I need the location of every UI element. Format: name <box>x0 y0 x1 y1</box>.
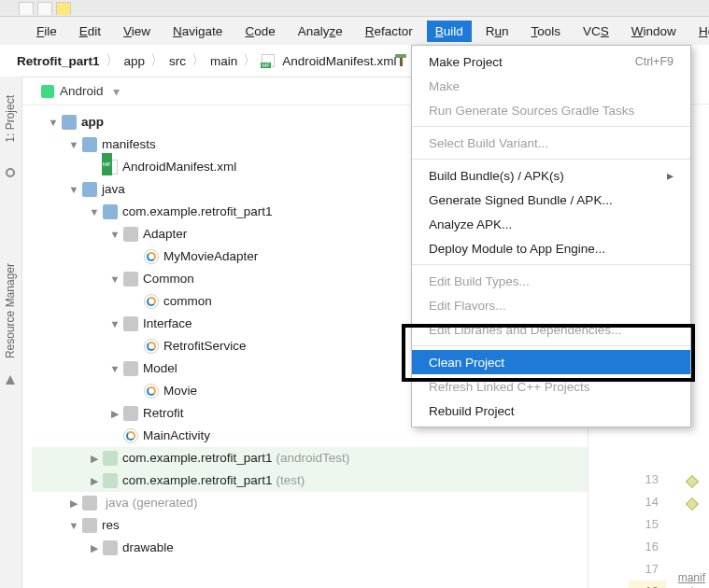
rail-project-tab[interactable]: 1: Project <box>4 95 17 143</box>
class-icon <box>123 428 138 443</box>
package-icon <box>103 473 118 488</box>
menu-file[interactable]: File <box>28 21 65 42</box>
chevron-right-icon: 〉 <box>106 52 119 69</box>
chevron-right-icon: 〉 <box>191 52 205 69</box>
menu-select-build-variant: Select Build Variant... <box>412 131 690 155</box>
menu-edit-flavors: Edit Flavors... <box>412 293 690 317</box>
tree-node-mainactivity[interactable]: MainActivity <box>32 425 588 447</box>
class-icon <box>144 294 159 309</box>
menu-run[interactable]: Run <box>477 21 518 42</box>
window-tab-active <box>56 2 71 15</box>
submenu-arrow-icon: ▸ <box>667 168 674 183</box>
rail-resource-manager-tab[interactable]: Resource Manager <box>4 263 17 358</box>
breadcrumb-project[interactable]: Retrofit_part1 <box>17 54 100 68</box>
folder-icon <box>82 137 97 152</box>
breakpoint-icon[interactable] <box>686 497 699 511</box>
package-icon <box>103 204 118 219</box>
resource-manager-icon <box>6 375 15 385</box>
project-icon <box>6 168 15 177</box>
breadcrumb-main[interactable]: main <box>210 54 237 68</box>
window-tab <box>19 2 34 15</box>
left-tool-rail: 1: Project Resource Manager <box>0 77 22 588</box>
menu-tools[interactable]: Tools <box>523 21 570 42</box>
gutter-line: 15 <box>629 513 666 536</box>
folder-icon <box>123 316 138 331</box>
tree-node-androidtest[interactable]: ▶com.example.retrofit_part1(androidTest) <box>32 447 588 469</box>
menu-window[interactable]: Window <box>623 21 685 42</box>
folder-icon <box>82 496 97 511</box>
tree-node-res[interactable]: ▼res <box>32 514 588 537</box>
menu-edit-libraries: Edit Libraries and Dependencies... <box>412 317 690 342</box>
class-icon <box>144 249 159 264</box>
menu-help[interactable]: Help <box>690 21 709 42</box>
window-tab-strip <box>0 0 709 17</box>
folder-icon <box>82 518 97 533</box>
tree-node-java-generated[interactable]: ▶java(generated) <box>32 492 588 514</box>
folder-icon <box>123 361 138 376</box>
menu-make-project[interactable]: Make Project Ctrl+F9 <box>412 49 690 74</box>
folder-icon <box>123 272 138 287</box>
chevron-right-icon: 〉 <box>150 52 163 69</box>
class-icon <box>144 384 159 399</box>
folder-icon <box>103 540 118 555</box>
gutter-line: 14 <box>629 491 666 513</box>
menu-code[interactable]: Code <box>236 21 283 42</box>
menu-edit[interactable]: Edit <box>71 21 109 42</box>
folder-icon <box>123 227 138 242</box>
gutter-line: 16 <box>629 536 666 558</box>
chevron-right-icon: 〉 <box>243 52 256 69</box>
folder-icon <box>123 406 138 421</box>
tree-node-drawable[interactable]: ▶drawable <box>32 537 588 559</box>
menu-make: Make <box>412 74 690 98</box>
breakpoint-icon[interactable] <box>686 475 699 488</box>
module-folder-icon <box>62 115 77 130</box>
project-view-label: Android <box>60 84 104 98</box>
window-tab <box>37 2 52 15</box>
gutter-line: 13 <box>629 469 666 491</box>
menu-bar: File Edit View Navigate Code Analyze Ref… <box>0 17 709 45</box>
menu-refactor[interactable]: Refactor <box>357 21 421 42</box>
folder-icon <box>82 182 97 197</box>
menu-analyze-apk[interactable]: Analyze APK... <box>412 212 690 236</box>
menu-deploy-app-engine[interactable]: Deploy Module to App Engine... <box>412 236 690 260</box>
menu-rebuild-project[interactable]: Rebuild Project <box>412 399 690 423</box>
menu-run-generate-sources: Run Generate Sources Gradle Tasks <box>412 98 690 122</box>
menu-clean-project[interactable]: Clean Project <box>412 350 690 374</box>
menu-refresh-cpp: Refresh Linked C++ Projects <box>412 374 690 399</box>
editor-navbar[interactable]: manif <box>678 571 705 584</box>
menu-build-bundles[interactable]: Build Bundle(s) / APK(s)▸ <box>412 163 690 188</box>
hammer-icon <box>393 53 408 68</box>
gutter-line: 17 <box>629 558 666 581</box>
menu-analyze[interactable]: Analyze <box>290 21 351 42</box>
breadcrumb-src[interactable]: src <box>169 54 186 68</box>
menu-build[interactable]: Build <box>427 21 472 42</box>
menu-generate-signed[interactable]: Generate Signed Bundle / APK... <box>412 188 690 212</box>
menu-vcs[interactable]: VCS <box>574 21 617 42</box>
menu-navigate[interactable]: Navigate <box>164 21 231 42</box>
chevron-down-icon: ▾ <box>113 84 120 99</box>
gutter-line-current: 18 <box>629 581 666 588</box>
editor-gutter: 13 14 15 16 17 18 19 20 <box>629 469 666 588</box>
menu-edit-build-types: Edit Build Types... <box>412 269 690 293</box>
tree-node-test[interactable]: ▶com.example.retrofit_part1(test) <box>32 469 588 492</box>
breadcrumb-app[interactable]: app <box>124 54 146 68</box>
package-icon <box>103 451 118 466</box>
build-menu-dropdown: Make Project Ctrl+F9 Make Run Generate S… <box>411 45 691 427</box>
class-icon <box>144 339 159 354</box>
menu-view[interactable]: View <box>115 21 159 42</box>
android-icon <box>41 85 54 98</box>
manifest-file-icon <box>103 160 118 175</box>
manifest-file-icon <box>262 54 275 67</box>
breadcrumb-file[interactable]: AndroidManifest.xml <box>282 54 396 68</box>
